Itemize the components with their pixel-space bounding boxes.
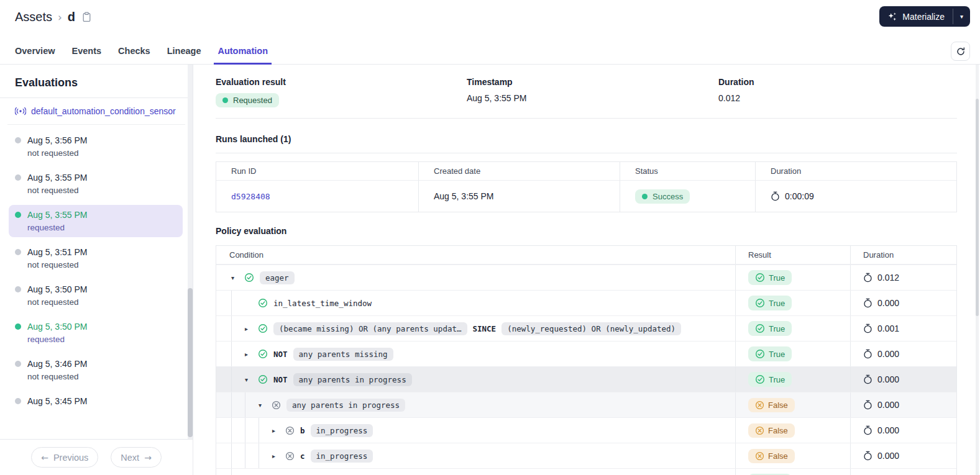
- result-badge-label: True: [769, 350, 785, 359]
- condition-tag: in_progress: [311, 450, 373, 463]
- requested-status-badge: Requested: [216, 93, 279, 107]
- result-cell: True: [735, 291, 850, 315]
- indent-guide: [231, 418, 245, 443]
- condition-cell: ▾any parents in progress: [216, 392, 735, 417]
- next-button[interactable]: Next →: [111, 447, 162, 468]
- policy-condition-row[interactable]: ▸NOTany parents missingTrue0.000: [216, 341, 956, 366]
- policy-table-header: ConditionResultDuration: [216, 246, 956, 265]
- requested-badge-label: Requested: [233, 96, 272, 105]
- expand-caret-icon[interactable]: ▸: [272, 427, 285, 434]
- evaluation-time: Aug 5, 3:55 PM: [27, 210, 88, 220]
- evaluation-item-row: Aug 5, 3:55 PM: [15, 210, 176, 220]
- duration-value: 0.000: [877, 451, 899, 461]
- policy-condition-row[interactable]: ▸cin_progressFalse0.000: [216, 443, 956, 468]
- evaluation-item[interactable]: Aug 5, 3:46 PMnot requested: [9, 354, 183, 386]
- green-dot-icon: [642, 194, 648, 199]
- sensor-link-row[interactable]: default_automation_condition_sensor: [0, 98, 193, 124]
- evaluation-summary: Evaluation result Requested Timestamp Au…: [216, 77, 957, 107]
- status-dot-icon: [15, 212, 21, 218]
- collapse-caret-icon[interactable]: ▾: [259, 402, 272, 409]
- duration-cell: 0.001: [850, 316, 956, 341]
- refresh-button[interactable]: [951, 42, 970, 61]
- condition-cell: ▸cin_progress: [216, 443, 735, 468]
- tab-lineage[interactable]: Lineage: [167, 46, 201, 64]
- indent-guide: [231, 367, 245, 392]
- evaluation-item[interactable]: Aug 5, 3:55 PMrequested: [9, 205, 183, 237]
- evaluation-item-row: Aug 5, 3:51 PM: [15, 247, 176, 257]
- evaluation-item[interactable]: Aug 5, 3:56 PMnot requested: [9, 130, 183, 163]
- x-circle-icon: [755, 451, 764, 461]
- tab-checks[interactable]: Checks: [118, 46, 150, 64]
- duration-cell: 0.000: [850, 443, 956, 468]
- duration-value: 0.000: [877, 400, 899, 410]
- tab-bar: OverviewEventsChecksLineageAutomation: [0, 46, 268, 64]
- sidebar-scrollbar-thumb[interactable]: [188, 288, 193, 437]
- evaluation-time: Aug 5, 3:46 PM: [27, 359, 88, 369]
- breadcrumb-assets-link[interactable]: Assets: [15, 10, 52, 24]
- evaluation-item-row: Aug 5, 3:46 PM: [15, 359, 176, 369]
- materialize-button[interactable]: Materialize: [879, 6, 953, 27]
- condition-tag: any parents missing: [293, 348, 393, 361]
- check-circle-icon: [755, 273, 765, 283]
- stopwatch-icon: [863, 451, 872, 461]
- status-dot-icon: [15, 137, 21, 143]
- result-badge-label: True: [769, 375, 785, 384]
- sparkle-icon: [887, 12, 897, 22]
- policy-condition-row[interactable]: ▸(became missing) OR (any parents updat……: [216, 315, 956, 341]
- policy-condition-row[interactable]: ▸bin_progressFalse0.000: [216, 417, 956, 443]
- duration-value: 0.000: [877, 425, 899, 435]
- indent-guide: [231, 316, 245, 341]
- expand-caret-icon[interactable]: ▸: [245, 325, 258, 332]
- divider: [216, 153, 957, 153]
- duration-cell: 0.000: [850, 392, 956, 417]
- run-id-link[interactable]: d5928408: [231, 192, 270, 201]
- policy-condition-row[interactable]: in_latest_time_windowTrue0.000: [216, 290, 956, 315]
- evaluation-item[interactable]: Aug 5, 3:51 PMnot requested: [9, 242, 183, 274]
- previous-button[interactable]: ← Previous: [31, 447, 98, 468]
- tab-automation[interactable]: Automation: [218, 46, 268, 64]
- indent-guide: [245, 443, 259, 468]
- main-scrollbar-thumb[interactable]: [976, 99, 979, 316]
- condition-cell: in_latest_time_window: [216, 291, 735, 315]
- timestamp-value: Aug 5, 3:55 PM: [467, 93, 718, 103]
- expand-caret-icon[interactable]: ▸: [245, 351, 258, 358]
- duration-cell: 0.000: [850, 367, 956, 392]
- expand-caret-icon[interactable]: ▸: [272, 453, 285, 459]
- duration-value: 0.012: [718, 93, 957, 103]
- collapse-caret-icon[interactable]: ▾: [245, 376, 258, 383]
- evaluation-status: not requested: [27, 260, 176, 269]
- materialize-dropdown-button[interactable]: ▾: [953, 6, 970, 27]
- evaluation-item[interactable]: Aug 5, 3:50 PMrequested: [9, 317, 183, 349]
- duration-cell: 0.012: [850, 265, 956, 290]
- tab-overview[interactable]: Overview: [15, 46, 55, 64]
- x-circle-icon: [755, 426, 764, 435]
- evaluation-time: Aug 5, 3:50 PM: [27, 322, 88, 332]
- policy-column-header: Duration: [850, 246, 956, 265]
- runs-column-header: Created date: [418, 162, 620, 181]
- evaluation-item[interactable]: Aug 5, 3:45 PM: [9, 391, 183, 411]
- run-created-cell: Aug 5, 3:55 PM: [418, 181, 620, 212]
- policy-condition-row[interactable]: ▾any parents in progressFalse0.000: [216, 392, 956, 417]
- evaluation-item[interactable]: Aug 5, 3:50 PMnot requested: [9, 279, 183, 312]
- collapse-caret-icon[interactable]: ▾: [231, 274, 244, 281]
- condition-cell: ▸NOTany parents missing: [216, 342, 735, 366]
- stopwatch-icon: [863, 349, 872, 359]
- policy-condition-row[interactable]: ▸NOTin_progressTrue0.011: [216, 468, 956, 475]
- runs-column-header: Run ID: [216, 162, 418, 181]
- run-duration-value: 0:00:09: [785, 191, 814, 201]
- runs-column-header: Status: [620, 162, 755, 181]
- condition-tag: (newly_requested) OR (newly_updated): [501, 322, 681, 335]
- copy-icon[interactable]: [82, 12, 91, 22]
- policy-condition-row[interactable]: ▾NOTany parents in progressTrue0.000: [216, 366, 956, 392]
- evaluation-time: Aug 5, 3:56 PM: [27, 135, 88, 145]
- breadcrumb: Assets › d: [0, 0, 980, 24]
- check-circle-icon: [755, 349, 765, 359]
- policy-condition-row[interactable]: ▾eagerTrue0.012: [216, 265, 956, 290]
- evaluation-item[interactable]: Aug 5, 3:55 PMnot requested: [9, 168, 183, 200]
- runs-launched-title: Runs launched (1): [216, 134, 957, 144]
- tab-events[interactable]: Events: [72, 46, 102, 64]
- evaluation-time: Aug 5, 3:45 PM: [27, 396, 88, 406]
- condition-false-icon: [272, 400, 281, 410]
- materialize-button-label: Materialize: [902, 12, 945, 22]
- duration-cell: 0.011: [850, 469, 956, 475]
